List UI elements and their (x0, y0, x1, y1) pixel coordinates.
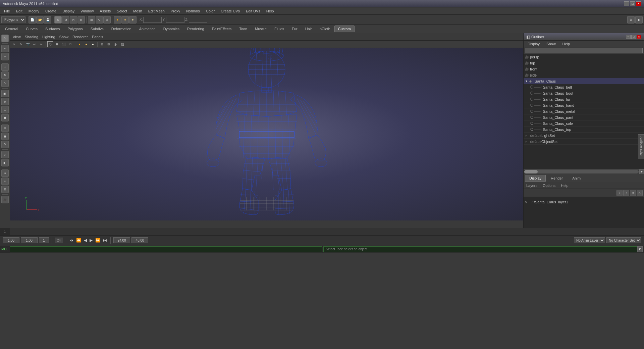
vp-icon-light-3[interactable]: ● (90, 41, 96, 47)
new-scene-button[interactable]: 📄 (29, 16, 36, 23)
shelf-tab-hair[interactable]: Hair (302, 26, 316, 32)
menu-help[interactable]: Help (264, 8, 277, 14)
vp-icon-light-2[interactable]: ● (83, 41, 89, 47)
select-tool-lt[interactable]: ↖ (1, 35, 9, 42)
vp-icon-texture[interactable]: ⊡ (106, 41, 112, 47)
layer-tab-anim[interactable]: Anim (568, 175, 585, 182)
paint-tool[interactable]: ✏ (1, 53, 9, 60)
outliner-scroll-bar[interactable]: ▶ (524, 169, 644, 174)
vp-icon-image-plane[interactable]: 🖼 (119, 41, 125, 47)
poly-tool-1[interactable]: ▣ (1, 90, 9, 97)
outliner-scrollbar-thumb[interactable] (524, 170, 538, 173)
menu-file[interactable]: File (1, 8, 13, 14)
shelf-tab-subdivs[interactable]: Subdivs (87, 26, 107, 32)
shelf-tab-toon[interactable]: Toon (235, 26, 251, 32)
outliner-maximize-button[interactable]: □ (631, 35, 636, 39)
outliner-item-lightset[interactable]: ○ defaultLightSet (524, 133, 644, 139)
shelf-tab-curves[interactable]: Curves (22, 26, 41, 32)
shelf-tab-polygons[interactable]: Polygons (64, 26, 86, 32)
select-tool-button[interactable]: S (54, 16, 62, 23)
shelf-tab-muscle[interactable]: Muscle (251, 26, 270, 32)
show-menu[interactable]: Show (58, 35, 70, 39)
save-scene-button[interactable]: 💾 (44, 16, 51, 23)
render-settings-button[interactable]: ⚙ (627, 16, 635, 23)
shelf-tab-custom[interactable]: Custom (334, 26, 355, 32)
ipr-lt[interactable]: ◧ (1, 159, 9, 166)
vp-icon-smooth-wire[interactable]: ⬢ (54, 41, 60, 47)
coord-z-input[interactable] (189, 17, 207, 23)
layer-subtab-help[interactable]: Help (559, 184, 570, 188)
menu-create[interactable]: Create (43, 8, 59, 14)
outliner-scroll-right[interactable]: ▶ (639, 169, 644, 174)
lighting-menu[interactable]: Lighting (41, 35, 57, 39)
shelf-tab-dynamics[interactable]: Dynamics (160, 26, 183, 32)
layer-tab-render[interactable]: Render (546, 175, 567, 182)
outliner-item-top[interactable]: 🎥 top (524, 60, 644, 66)
rotate-lt[interactable]: ↻ (1, 71, 9, 79)
menu-select[interactable]: Select (114, 8, 130, 14)
step-back-button[interactable]: ⏪ (75, 238, 82, 243)
snap-point-button[interactable]: ⊕ (103, 16, 111, 23)
vp-icon-light-1[interactable]: ● (76, 41, 83, 47)
outliner-item-top[interactable]: ⬡ ——○ Santa_Claus_top (524, 127, 644, 133)
attribute-editor-side-tab[interactable]: Attribute Editor (638, 134, 644, 159)
vp-icon-grid[interactable]: ⊞ (99, 41, 105, 47)
outliner-display-menu[interactable]: Display (525, 41, 542, 47)
outliner-item-front[interactable]: 🎥 front (524, 66, 644, 72)
open-scene-button[interactable]: 📂 (36, 16, 44, 23)
render-button[interactable]: ▶ (635, 16, 643, 23)
layer-subtab-options[interactable]: Options (541, 184, 557, 188)
poly-tool-4[interactable]: ⬢ (1, 114, 9, 121)
layer-icon-2[interactable]: ↑ (623, 190, 629, 196)
anim-layer-dropdown[interactable]: No Anim Layer (574, 237, 605, 243)
outliner-item-persp[interactable]: 🎥 persp (524, 54, 644, 60)
vp-icon-undo-view[interactable]: ↩ (32, 41, 38, 47)
coord-x-input[interactable] (143, 17, 162, 23)
outliner-show-menu[interactable]: Show (544, 41, 558, 47)
status-expand-button[interactable]: ◤ (637, 246, 643, 252)
shelf-tab-animation[interactable]: Animation (136, 26, 159, 32)
outliner-item-metal[interactable]: ⬡ ——○ Santa_Claus_metal (524, 108, 644, 114)
vp-icon-redo-view[interactable]: ↪ (38, 41, 44, 47)
light-btn-2[interactable]: ● (121, 16, 129, 23)
outliner-help-menu[interactable]: Help (560, 41, 573, 47)
outliner-search-input[interactable] (525, 48, 643, 53)
attribute-editor-tab-label[interactable]: Attribute Editor (639, 135, 644, 159)
start-frame-input[interactable] (39, 237, 49, 243)
snap-grid-button[interactable]: ⊞ (88, 16, 95, 23)
outliner-item-objectset[interactable]: ○ defaultObjectSet (524, 139, 644, 145)
poly-tool-3[interactable]: ⬡ (1, 106, 9, 113)
outliner-horizontal-scrollbar[interactable] (524, 170, 639, 173)
play-forward-button[interactable]: ▶ (89, 238, 93, 243)
layer-subtab-layers[interactable]: Layers (525, 184, 539, 188)
menu-edit-uvs[interactable]: Edit UVs (243, 8, 263, 14)
menu-modify[interactable]: Modify (26, 8, 42, 14)
go-to-end-button[interactable]: ⏭ (102, 238, 108, 243)
outliner-item-pant[interactable]: ⬡ ——○ Santa_Claus_pant (524, 114, 644, 120)
lattice-lt[interactable]: ⊞ (1, 186, 9, 193)
menu-assets[interactable]: Assets (97, 8, 113, 14)
shelf-tab-general[interactable]: General (1, 26, 22, 32)
outliner-item-sole[interactable]: ⬡ ——○ Santa_Claus_sole (524, 120, 644, 127)
outliner-close-button[interactable]: ✕ (637, 35, 641, 39)
coord-y-input[interactable] (166, 17, 184, 23)
camera-lt[interactable]: 🎥 (1, 196, 9, 203)
vp-icon-select-mode[interactable]: ↖ (11, 41, 17, 47)
go-to-start-button[interactable]: ⏮ (69, 238, 74, 243)
shelf-tab-surfaces[interactable]: Surfaces (42, 26, 63, 32)
shelf-tab-ncloth[interactable]: nCloth (316, 26, 334, 32)
outliner-item-fur[interactable]: ⬡ ——○ Santa_Claus_fur (524, 96, 644, 102)
panels-menu[interactable]: Panels (91, 35, 105, 39)
vp-icon-smooth[interactable]: ⬛ (61, 41, 67, 47)
deform-lt[interactable]: ⌀ (1, 169, 9, 177)
shelf-tab-fluids[interactable]: Fluids (271, 26, 288, 32)
layer-icon-4[interactable]: ✕ (637, 190, 643, 196)
menu-create-uvs[interactable]: Create UVs (218, 8, 243, 14)
layer-row-santa[interactable]: V / /Santa_Claus_layer1 (525, 198, 643, 206)
character-set-dropdown[interactable]: No Character Set (606, 237, 641, 243)
vp-icon-shading-mode[interactable]: ◑ (112, 41, 118, 47)
vp-icon-paint[interactable]: ✎ (18, 41, 24, 47)
history-lt[interactable]: ⟳ (1, 141, 9, 148)
outliner-item-boot[interactable]: ⬡ ——○ Santa_Claus_boot (524, 90, 644, 96)
shelf-tab-painteffects[interactable]: PaintEffects (208, 26, 235, 32)
